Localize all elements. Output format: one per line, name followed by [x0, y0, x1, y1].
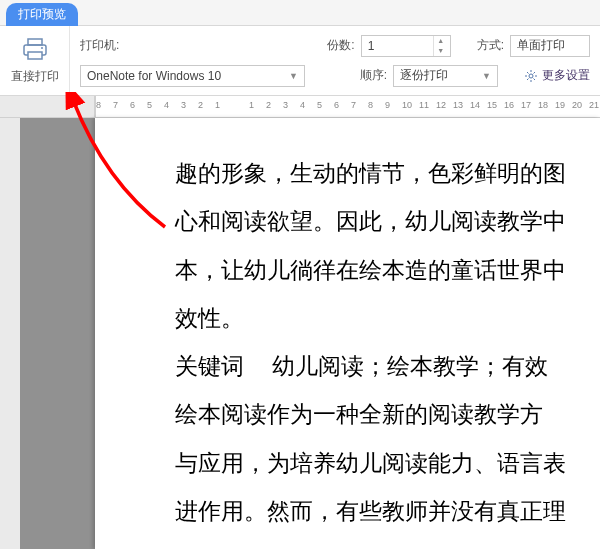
ruler-tick: 6: [130, 100, 135, 110]
ruler-tick: 5: [147, 100, 152, 110]
svg-rect-2: [28, 52, 42, 59]
order-label: 顺序:: [360, 67, 387, 84]
order-value: 逐份打印: [400, 67, 448, 84]
ruler-tick: 9: [385, 100, 390, 110]
ruler-tick: 19: [555, 100, 565, 110]
ruler-tick: 12: [436, 100, 446, 110]
doc-line: 关键词幼儿阅读；绘本教学；有效: [175, 343, 600, 391]
workspace: 趣的形象，生动的情节，色彩鲜明的图 心和阅读欲望。因此，幼儿阅读教学中 本，让幼…: [0, 118, 600, 549]
more-settings-label: 更多设置: [542, 67, 590, 84]
ruler-tick: 1: [215, 100, 220, 110]
printer-value: OneNote for Windows 10: [87, 69, 221, 83]
ruler-area: 8765432112345678910111213141516171819202…: [0, 96, 600, 118]
ruler-tick: 6: [334, 100, 339, 110]
svg-point-3: [41, 47, 43, 49]
document-page: 趣的形象，生动的情节，色彩鲜明的图 心和阅读欲望。因此，幼儿阅读教学中 本，让幼…: [95, 118, 600, 549]
mode-label: 方式:: [477, 37, 504, 54]
doc-line: 趣的形象，生动的情节，色彩鲜明的图: [175, 150, 600, 198]
doc-line: 与应用，为培养幼儿阅读能力、语言表: [175, 440, 600, 488]
ruler-tick: 15: [487, 100, 497, 110]
ruler-tick: 13: [453, 100, 463, 110]
toolbar: 直接打印 打印机: 份数: 1 ▲ ▼ 方式: 单面打印 OneNote for…: [0, 26, 600, 96]
spinner-down-icon[interactable]: ▼: [434, 46, 448, 56]
ruler-tick: 14: [470, 100, 480, 110]
ruler-tick: 3: [181, 100, 186, 110]
more-settings-link[interactable]: 更多设置: [524, 67, 590, 84]
doc-line: 效性。: [175, 295, 600, 343]
ruler-tick: 7: [113, 100, 118, 110]
spinner-up-icon[interactable]: ▲: [434, 36, 448, 46]
tab-bar: 打印预览: [0, 0, 600, 26]
ruler-tick: 10: [402, 100, 412, 110]
ruler-tick: 3: [283, 100, 288, 110]
copies-spinner[interactable]: ▲ ▼: [433, 36, 448, 56]
tab-print-preview[interactable]: 打印预览: [6, 3, 78, 26]
page-gutter: [20, 118, 95, 549]
direct-print-button[interactable]: 直接打印: [0, 26, 70, 95]
copies-value: 1: [368, 39, 375, 53]
ruler-tick: 4: [164, 100, 169, 110]
print-settings: 打印机: 份数: 1 ▲ ▼ 方式: 单面打印 OneNote for Wind…: [70, 26, 600, 95]
mode-select[interactable]: 单面打印: [510, 35, 590, 57]
ruler-tick: 2: [266, 100, 271, 110]
printer-label: 打印机:: [80, 37, 119, 54]
ruler-tick: 20: [572, 100, 582, 110]
mode-value: 单面打印: [517, 37, 565, 54]
chevron-down-icon: ▼: [482, 71, 491, 81]
ruler-tick: 7: [351, 100, 356, 110]
chevron-down-icon: ▼: [289, 71, 298, 81]
ruler-tick: 2: [198, 100, 203, 110]
ruler-horizontal: 8765432112345678910111213141516171819202…: [95, 96, 600, 117]
doc-line: 心和阅读欲望。因此，幼儿阅读教学中: [175, 198, 600, 246]
ruler-tick: 5: [317, 100, 322, 110]
copies-input[interactable]: 1 ▲ ▼: [361, 35, 451, 57]
doc-line: 绘本阅读作为一种全新的阅读教学方: [175, 391, 600, 439]
svg-rect-1: [28, 39, 42, 45]
ruler-corner: [0, 96, 95, 117]
ruler-tick: 16: [504, 100, 514, 110]
doc-line: 进作用。然而，有些教师并没有真正理: [175, 488, 600, 536]
doc-line: 本，让幼儿徜徉在绘本造的童话世界中: [175, 247, 600, 295]
svg-point-4: [529, 74, 533, 78]
direct-print-label: 直接打印: [11, 68, 59, 85]
document-text: 趣的形象，生动的情节，色彩鲜明的图 心和阅读欲望。因此，幼儿阅读教学中 本，让幼…: [175, 150, 600, 536]
order-select[interactable]: 逐份打印 ▼: [393, 65, 498, 87]
ruler-tick: 18: [538, 100, 548, 110]
printer-icon: [20, 37, 50, 64]
ruler-tick: 1: [249, 100, 254, 110]
ruler-tick: 8: [368, 100, 373, 110]
ruler-tick: 4: [300, 100, 305, 110]
ruler-tick: 11: [419, 100, 429, 110]
ruler-vertical: [0, 118, 20, 549]
ruler-tick: 8: [96, 100, 101, 110]
ruler-tick: 17: [521, 100, 531, 110]
gear-icon: [524, 69, 538, 83]
printer-select[interactable]: OneNote for Windows 10 ▼: [80, 65, 305, 87]
ruler-tick: 21: [589, 100, 599, 110]
copies-label: 份数:: [327, 37, 354, 54]
